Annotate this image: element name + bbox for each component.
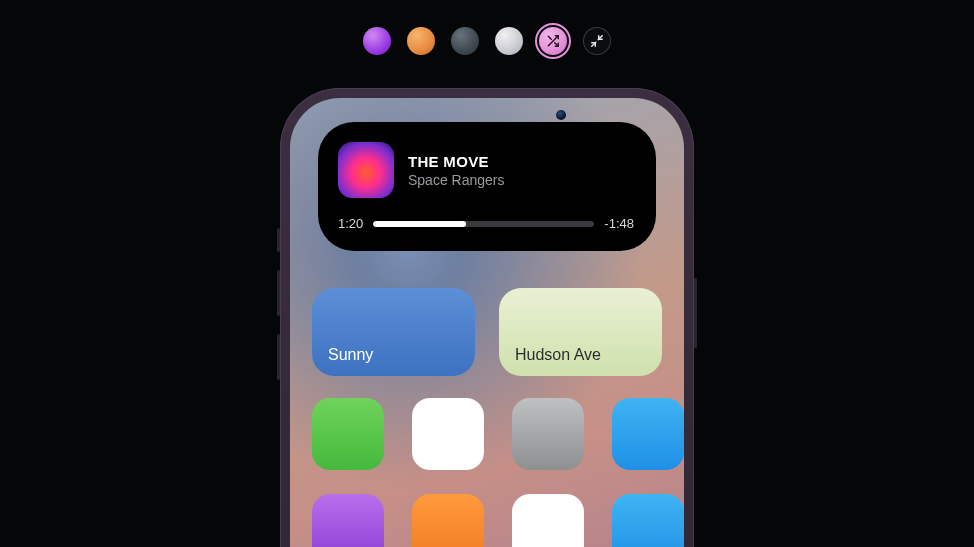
remaining-time: -1:48 [604,216,634,231]
swatch-shuffle[interactable] [539,27,567,55]
phone-frame: THE MOVE Space Rangers 1:20 -1:48 Sunny … [280,88,694,547]
app-1[interactable] [312,398,384,470]
shuffle-icon [546,34,560,48]
app-3[interactable] [512,398,584,470]
mute-switch[interactable] [277,228,280,252]
volume-down-button[interactable] [277,334,280,380]
front-camera-icon [556,110,566,120]
progress-slider[interactable] [373,221,594,227]
app-5[interactable] [312,494,384,547]
power-button[interactable] [694,278,697,348]
collapse-icon [590,34,604,48]
phone-screen: THE MOVE Space Rangers 1:20 -1:48 Sunny … [290,98,684,547]
volume-up-button[interactable] [277,270,280,316]
weather-widget[interactable]: Sunny [312,288,475,376]
maps-label: Hudson Ave [515,346,601,364]
swatch-orange[interactable] [407,27,435,55]
app-grid [312,398,662,547]
app-7[interactable] [512,494,584,547]
swatch-silver[interactable] [495,27,523,55]
swatch-purple[interactable] [363,27,391,55]
swatch-collapse[interactable] [583,27,611,55]
app-2[interactable] [412,398,484,470]
app-8[interactable] [612,494,684,547]
color-swatch-row [363,27,611,55]
widget-row: Sunny Hudson Ave [312,288,662,376]
dynamic-island-media-card[interactable]: THE MOVE Space Rangers 1:20 -1:48 [318,122,656,251]
app-6[interactable] [412,494,484,547]
track-meta: THE MOVE Space Rangers [408,153,505,188]
swatch-gray[interactable] [451,27,479,55]
album-art-icon [338,142,394,198]
track-artist: Space Rangers [408,172,505,188]
app-4[interactable] [612,398,684,470]
weather-label: Sunny [328,346,373,364]
track-title: THE MOVE [408,153,505,170]
phone-side-buttons-left [277,228,280,398]
progress-fill [373,221,466,227]
elapsed-time: 1:20 [338,216,363,231]
maps-widget[interactable]: Hudson Ave [499,288,662,376]
